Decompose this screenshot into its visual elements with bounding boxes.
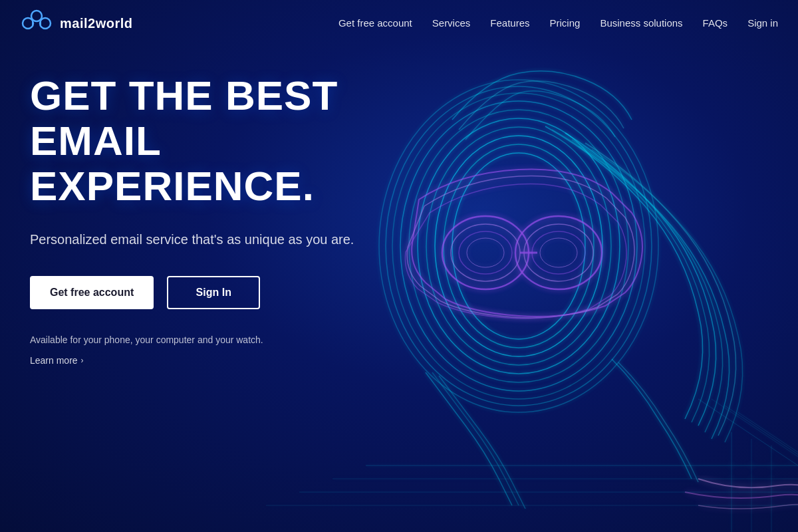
available-text: Available for your phone, your computer … [30,332,354,347]
nav-services[interactable]: Services [432,17,471,29]
sign-in-button[interactable]: Sign In [167,276,260,309]
navbar: mail2world Get free account Services Fea… [0,0,798,47]
logo-icon [20,7,53,40]
hero-title-line1: GET THE BEST [30,72,338,118]
hero-subtitle: Personalized email service that's as uni… [30,229,354,249]
nav-get-free-account[interactable]: Get free account [338,17,412,29]
hero-title: GET THE BEST EMAIL EXPERIENCE. [30,73,354,209]
get-free-account-button[interactable]: Get free account [30,276,154,309]
nav-business-solutions[interactable]: Business solutions [600,17,682,29]
logo-link[interactable]: mail2world [20,7,132,40]
svg-point-17 [540,238,577,267]
learn-more-arrow-icon: › [81,356,84,365]
svg-line-23 [698,399,798,466]
nav-pricing[interactable]: Pricing [550,17,581,29]
nav-sign-in[interactable]: Sign in [747,17,778,29]
nav-faqs[interactable]: FAQs [703,17,728,29]
svg-point-32 [40,18,51,29]
learn-more-label: Learn more [30,355,78,366]
hero-content: GET THE BEST EMAIL EXPERIENCE. Personali… [30,73,354,366]
hero-title-line2: EMAIL [30,118,162,164]
learn-more-link[interactable]: Learn more › [30,355,354,366]
hero-title-line3: EXPERIENCE. [30,163,315,209]
hero-buttons: Get free account Sign In [30,276,354,309]
svg-point-16 [467,238,504,267]
logo-text: mail2world [60,16,132,31]
svg-point-12 [451,224,520,281]
nav-features[interactable]: Features [490,17,529,29]
nav-links: Get free account Services Features Prici… [338,17,778,29]
svg-line-24 [712,399,798,466]
